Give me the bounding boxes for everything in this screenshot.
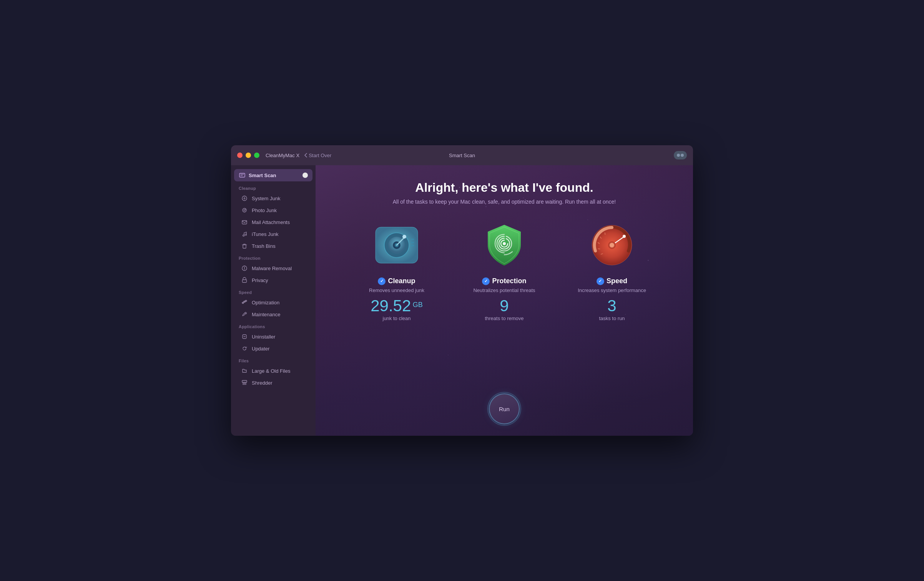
sidebar-item-optimization[interactable]: Optimization bbox=[233, 297, 313, 308]
trash-bins-icon bbox=[241, 242, 248, 249]
svg-point-7 bbox=[245, 234, 247, 236]
updater-icon bbox=[241, 345, 248, 352]
protection-sublabel: threats to remove bbox=[485, 315, 523, 321]
cleanup-value: 29.52 GB bbox=[371, 298, 423, 314]
svg-point-28 bbox=[503, 242, 506, 245]
sidebar-item-photo-junk[interactable]: Photo Junk bbox=[233, 204, 313, 216]
speed-check-icon: ✓ bbox=[597, 277, 604, 285]
avatar-button[interactable] bbox=[674, 151, 687, 159]
svg-rect-25 bbox=[411, 239, 414, 240]
protection-value: 9 bbox=[500, 298, 509, 314]
svg-rect-26 bbox=[411, 242, 414, 243]
privacy-icon bbox=[241, 277, 248, 284]
sidebar-sections: CleanupSystem JunkPhoto JunkMail Attachm… bbox=[231, 182, 316, 388]
titlebar: CleanMyMac X Start Over Smart Scan bbox=[231, 145, 693, 165]
speed-icon bbox=[587, 220, 637, 270]
mail-attachments-label: Mail Attachments bbox=[252, 219, 290, 225]
sidebar-item-maintenance[interactable]: Maintenance bbox=[233, 309, 313, 320]
sidebar-section-speed: Speed bbox=[231, 286, 316, 296]
content-area: Alright, here's what I've found. All of … bbox=[316, 165, 693, 436]
speed-card: ✓ Speed Increases system performance 3 t… bbox=[566, 220, 658, 321]
sidebar-item-large-old-files[interactable]: Large & Old Files bbox=[233, 365, 313, 377]
sidebar-item-shredder[interactable]: Shredder bbox=[233, 377, 313, 388]
sidebar-section-protection: Protection bbox=[231, 252, 316, 262]
sidebar-item-mail-attachments[interactable]: Mail Attachments bbox=[233, 216, 313, 228]
sidebar-item-uninstaller[interactable]: Uninstaller bbox=[233, 331, 313, 342]
subheadline: All of the tasks to keep your Mac clean,… bbox=[393, 199, 616, 205]
large-old-files-icon bbox=[241, 367, 248, 374]
speed-title-row: ✓ Speed bbox=[597, 277, 627, 285]
speed-number: 3 bbox=[607, 297, 616, 315]
svg-point-3 bbox=[244, 209, 245, 211]
protection-title-row: ✓ Protection bbox=[482, 277, 526, 285]
optimization-icon bbox=[241, 299, 248, 306]
protection-card: ✓ Protection Neutralizes potential threa… bbox=[458, 220, 550, 321]
protection-check-icon: ✓ bbox=[482, 277, 490, 285]
system-junk-label: System Junk bbox=[252, 196, 280, 201]
speed-sublabel: tasks to run bbox=[599, 315, 625, 321]
sidebar-item-itunes-junk[interactable]: iTunes Junk bbox=[233, 228, 313, 240]
itunes-junk-label: iTunes Junk bbox=[252, 231, 279, 237]
run-button[interactable]: Run bbox=[489, 393, 520, 424]
titlebar-center-label: Smart Scan bbox=[449, 153, 475, 158]
svg-rect-15 bbox=[242, 380, 247, 382]
close-button[interactable] bbox=[237, 153, 243, 158]
system-junk-icon bbox=[241, 195, 248, 202]
photo-junk-icon bbox=[241, 207, 248, 214]
maintenance-label: Maintenance bbox=[252, 312, 280, 317]
sidebar-item-system-junk[interactable]: System Junk bbox=[233, 193, 313, 204]
traffic-lights bbox=[237, 153, 259, 158]
avatar-area bbox=[674, 151, 687, 159]
sidebar: Smart Scan CleanupSystem JunkPhoto JunkM… bbox=[231, 165, 316, 436]
uninstaller-label: Uninstaller bbox=[252, 334, 275, 340]
uninstaller-icon bbox=[241, 333, 248, 340]
run-button-area: Run bbox=[489, 393, 520, 424]
shredder-label: Shredder bbox=[252, 380, 272, 386]
svg-point-4 bbox=[245, 209, 246, 210]
privacy-label: Privacy bbox=[252, 277, 268, 283]
protection-card-desc: Neutralizes potential threats bbox=[473, 287, 535, 293]
protection-number: 9 bbox=[500, 297, 509, 315]
sidebar-section-applications: Applications bbox=[231, 320, 316, 330]
svg-rect-0 bbox=[239, 173, 245, 177]
app-window: CleanMyMac X Start Over Smart Scan bbox=[231, 145, 693, 436]
large-old-files-label: Large & Old Files bbox=[252, 368, 290, 374]
sidebar-item-privacy[interactable]: Privacy bbox=[233, 274, 313, 286]
svg-point-38 bbox=[610, 243, 614, 247]
shredder-icon bbox=[241, 379, 248, 386]
svg-point-24 bbox=[402, 235, 406, 239]
smart-scan-icon bbox=[239, 172, 246, 179]
sidebar-item-smart-scan[interactable]: Smart Scan bbox=[234, 169, 312, 181]
malware-removal-label: Malware Removal bbox=[252, 266, 292, 271]
cleanup-sublabel: junk to clean bbox=[383, 315, 411, 321]
cards-row: ✓ Cleanup Removes unneeded junk 29.52 GB… bbox=[351, 220, 658, 386]
photo-junk-label: Photo Junk bbox=[252, 208, 277, 213]
sidebar-section-cleanup: Cleanup bbox=[231, 182, 316, 192]
cleanup-number: 29.52 bbox=[371, 297, 411, 315]
sidebar-item-updater[interactable]: Updater bbox=[233, 343, 313, 354]
itunes-junk-icon bbox=[241, 231, 248, 237]
smart-scan-toggle[interactable] bbox=[302, 173, 308, 178]
svg-point-39 bbox=[623, 235, 626, 238]
optimization-label: Optimization bbox=[252, 300, 279, 305]
maximize-button[interactable] bbox=[254, 153, 259, 158]
sparkle-7 bbox=[485, 206, 487, 207]
protection-card-title: Protection bbox=[492, 277, 526, 285]
sidebar-item-trash-bins[interactable]: Trash Bins bbox=[233, 240, 313, 252]
chevron-left-icon bbox=[304, 153, 307, 158]
cleanup-card-title: Cleanup bbox=[388, 277, 415, 285]
minimize-button[interactable] bbox=[246, 153, 251, 158]
svg-point-6 bbox=[243, 235, 244, 236]
back-button[interactable]: Start Over bbox=[304, 153, 331, 158]
maintenance-icon bbox=[241, 311, 248, 318]
cleanup-card-desc: Removes unneeded junk bbox=[369, 287, 424, 293]
main-layout: Smart Scan CleanupSystem JunkPhoto JunkM… bbox=[231, 165, 693, 436]
svg-point-2 bbox=[243, 208, 246, 212]
headline: Alright, here's what I've found. bbox=[415, 181, 593, 195]
updater-label: Updater bbox=[252, 346, 269, 352]
cleanup-card: ✓ Cleanup Removes unneeded junk 29.52 GB… bbox=[351, 220, 443, 321]
sidebar-item-malware-removal[interactable]: Malware Removal bbox=[233, 262, 313, 274]
cleanup-unit: GB bbox=[413, 301, 423, 309]
sidebar-section-files: Files bbox=[231, 355, 316, 365]
protection-icon bbox=[479, 220, 529, 270]
